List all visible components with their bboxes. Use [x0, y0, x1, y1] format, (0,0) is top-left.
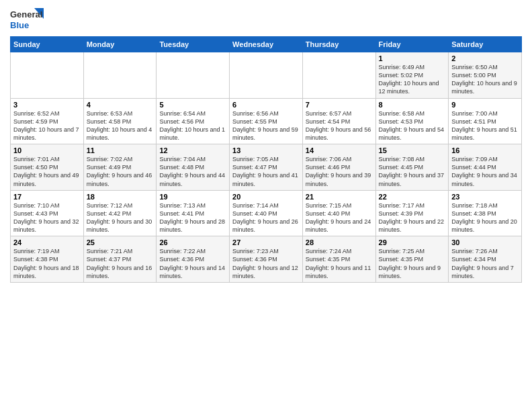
day-number: 21	[306, 193, 373, 201]
day-info: Sunrise: 7:21 AM Sunset: 4:37 PM Dayligh…	[87, 247, 154, 280]
week-row-2: 3Sunrise: 6:52 AM Sunset: 4:59 PM Daylig…	[11, 98, 522, 144]
day-info: Sunrise: 7:23 AM Sunset: 4:36 PM Dayligh…	[232, 247, 300, 280]
weekday-header-tuesday: Tuesday	[157, 37, 230, 52]
day-cell: 16Sunrise: 7:09 AM Sunset: 4:44 PM Dayli…	[449, 144, 522, 191]
day-cell	[11, 52, 84, 99]
day-info: Sunrise: 6:50 AM Sunset: 5:00 PM Dayligh…	[451, 63, 519, 96]
day-cell: 11Sunrise: 7:02 AM Sunset: 4:49 PM Dayli…	[83, 144, 157, 191]
day-info: Sunrise: 7:12 AM Sunset: 4:42 PM Dayligh…	[87, 201, 154, 234]
day-info: Sunrise: 7:02 AM Sunset: 4:49 PM Dayligh…	[87, 155, 154, 188]
day-number: 22	[379, 193, 446, 201]
day-info: Sunrise: 7:01 AM Sunset: 4:50 PM Dayligh…	[13, 155, 81, 188]
day-cell: 13Sunrise: 7:05 AM Sunset: 4:47 PM Dayli…	[230, 144, 303, 191]
day-info: Sunrise: 6:53 AM Sunset: 4:58 PM Dayligh…	[87, 109, 154, 142]
week-row-5: 24Sunrise: 7:19 AM Sunset: 4:38 PM Dayli…	[11, 236, 522, 283]
day-number: 1	[379, 54, 446, 62]
day-number: 14	[306, 146, 373, 154]
day-cell: 24Sunrise: 7:19 AM Sunset: 4:38 PM Dayli…	[11, 236, 84, 283]
day-cell	[302, 52, 375, 99]
weekday-header-wednesday: Wednesday	[230, 37, 303, 52]
day-cell: 8Sunrise: 6:58 AM Sunset: 4:53 PM Daylig…	[375, 98, 449, 144]
day-cell: 20Sunrise: 7:14 AM Sunset: 4:40 PM Dayli…	[230, 190, 303, 236]
day-info: Sunrise: 6:58 AM Sunset: 4:53 PM Dayligh…	[379, 109, 446, 142]
day-info: Sunrise: 7:08 AM Sunset: 4:45 PM Dayligh…	[379, 155, 446, 188]
day-cell: 29Sunrise: 7:25 AM Sunset: 4:35 PM Dayli…	[375, 236, 449, 283]
day-info: Sunrise: 7:06 AM Sunset: 4:46 PM Dayligh…	[306, 155, 373, 188]
logo-svg: GeneralBlue	[10, 7, 44, 32]
day-number: 15	[379, 146, 446, 154]
day-info: Sunrise: 6:54 AM Sunset: 4:56 PM Dayligh…	[159, 109, 226, 142]
week-row-3: 10Sunrise: 7:01 AM Sunset: 4:50 PM Dayli…	[11, 144, 522, 191]
day-cell: 14Sunrise: 7:06 AM Sunset: 4:46 PM Dayli…	[302, 144, 375, 191]
day-cell: 9Sunrise: 7:00 AM Sunset: 4:51 PM Daylig…	[449, 98, 522, 144]
day-info: Sunrise: 7:19 AM Sunset: 4:38 PM Dayligh…	[13, 247, 81, 280]
day-cell: 26Sunrise: 7:22 AM Sunset: 4:36 PM Dayli…	[157, 236, 230, 283]
day-cell: 7Sunrise: 6:57 AM Sunset: 4:54 PM Daylig…	[302, 98, 375, 144]
day-cell: 6Sunrise: 6:56 AM Sunset: 4:55 PM Daylig…	[230, 98, 303, 144]
day-number: 16	[451, 146, 519, 154]
weekday-header-row: SundayMondayTuesdayWednesdayThursdayFrid…	[11, 37, 522, 52]
day-number: 8	[379, 101, 446, 109]
header: GeneralBlue	[10, 7, 522, 32]
day-number: 4	[87, 101, 154, 109]
weekday-header-saturday: Saturday	[449, 37, 522, 52]
weekday-header-friday: Friday	[375, 37, 449, 52]
day-cell: 3Sunrise: 6:52 AM Sunset: 4:59 PM Daylig…	[11, 98, 84, 144]
day-info: Sunrise: 6:56 AM Sunset: 4:55 PM Dayligh…	[232, 109, 300, 142]
weekday-header-monday: Monday	[83, 37, 157, 52]
day-number: 10	[13, 146, 81, 154]
day-number: 2	[451, 54, 519, 62]
week-row-4: 17Sunrise: 7:10 AM Sunset: 4:43 PM Dayli…	[11, 190, 522, 236]
day-cell: 10Sunrise: 7:01 AM Sunset: 4:50 PM Dayli…	[11, 144, 84, 191]
day-info: Sunrise: 6:52 AM Sunset: 4:59 PM Dayligh…	[13, 109, 81, 142]
day-number: 5	[159, 101, 226, 109]
day-number: 7	[306, 101, 373, 109]
day-cell: 12Sunrise: 7:04 AM Sunset: 4:48 PM Dayli…	[157, 144, 230, 191]
day-number: 25	[87, 238, 154, 246]
day-info: Sunrise: 7:10 AM Sunset: 4:43 PM Dayligh…	[13, 201, 81, 234]
day-info: Sunrise: 6:57 AM Sunset: 4:54 PM Dayligh…	[306, 109, 373, 142]
day-info: Sunrise: 7:18 AM Sunset: 4:38 PM Dayligh…	[451, 201, 519, 234]
svg-text:General: General	[10, 9, 42, 19]
day-cell: 17Sunrise: 7:10 AM Sunset: 4:43 PM Dayli…	[11, 190, 84, 236]
day-number: 27	[232, 238, 300, 246]
day-info: Sunrise: 7:24 AM Sunset: 4:35 PM Dayligh…	[306, 247, 373, 280]
day-info: Sunrise: 7:09 AM Sunset: 4:44 PM Dayligh…	[451, 155, 519, 188]
day-cell: 15Sunrise: 7:08 AM Sunset: 4:45 PM Dayli…	[375, 144, 449, 191]
day-number: 9	[451, 101, 519, 109]
day-number: 17	[13, 193, 81, 201]
day-number: 12	[159, 146, 226, 154]
day-number: 26	[159, 238, 226, 246]
day-cell: 27Sunrise: 7:23 AM Sunset: 4:36 PM Dayli…	[230, 236, 303, 283]
day-info: Sunrise: 6:49 AM Sunset: 5:02 PM Dayligh…	[379, 63, 446, 96]
day-cell: 18Sunrise: 7:12 AM Sunset: 4:42 PM Dayli…	[83, 190, 157, 236]
day-info: Sunrise: 7:00 AM Sunset: 4:51 PM Dayligh…	[451, 109, 519, 142]
page: GeneralBlue SundayMondayTuesdayWednesday…	[0, 0, 532, 411]
day-cell: 4Sunrise: 6:53 AM Sunset: 4:58 PM Daylig…	[83, 98, 157, 144]
day-cell: 1Sunrise: 6:49 AM Sunset: 5:02 PM Daylig…	[375, 52, 449, 99]
calendar: SundayMondayTuesdayWednesdayThursdayFrid…	[10, 36, 522, 283]
day-cell: 5Sunrise: 6:54 AM Sunset: 4:56 PM Daylig…	[157, 98, 230, 144]
day-number: 3	[13, 101, 81, 109]
day-info: Sunrise: 7:22 AM Sunset: 4:36 PM Dayligh…	[159, 247, 226, 280]
day-number: 19	[159, 193, 226, 201]
day-cell: 21Sunrise: 7:15 AM Sunset: 4:40 PM Dayli…	[302, 190, 375, 236]
day-number: 18	[87, 193, 154, 201]
day-info: Sunrise: 7:05 AM Sunset: 4:47 PM Dayligh…	[232, 155, 300, 188]
day-cell: 19Sunrise: 7:13 AM Sunset: 4:41 PM Dayli…	[157, 190, 230, 236]
day-number: 23	[451, 193, 519, 201]
day-info: Sunrise: 7:26 AM Sunset: 4:34 PM Dayligh…	[451, 247, 519, 280]
day-cell: 30Sunrise: 7:26 AM Sunset: 4:34 PM Dayli…	[449, 236, 522, 283]
week-row-1: 1Sunrise: 6:49 AM Sunset: 5:02 PM Daylig…	[11, 52, 522, 99]
day-number: 30	[451, 238, 519, 246]
day-number: 11	[87, 146, 154, 154]
day-cell	[157, 52, 230, 99]
day-cell: 2Sunrise: 6:50 AM Sunset: 5:00 PM Daylig…	[449, 52, 522, 99]
day-number: 28	[306, 238, 373, 246]
weekday-header-sunday: Sunday	[11, 37, 84, 52]
day-info: Sunrise: 7:04 AM Sunset: 4:48 PM Dayligh…	[159, 155, 226, 188]
day-number: 6	[232, 101, 300, 109]
day-number: 29	[379, 238, 446, 246]
day-info: Sunrise: 7:17 AM Sunset: 4:39 PM Dayligh…	[379, 201, 446, 234]
day-cell	[83, 52, 157, 99]
